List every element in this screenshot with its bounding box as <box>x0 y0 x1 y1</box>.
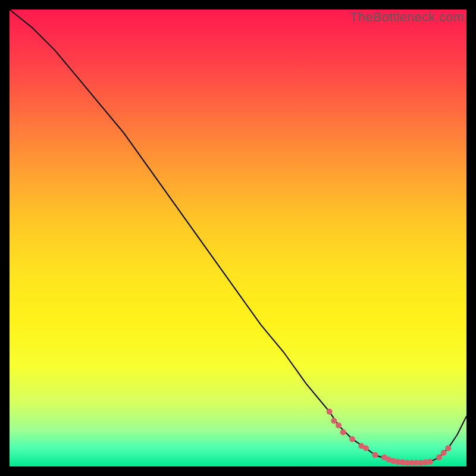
data-point <box>427 459 433 465</box>
data-point <box>441 450 447 456</box>
plot-area: TheBottleneck.com <box>10 10 466 466</box>
data-point <box>372 452 378 458</box>
data-point <box>349 436 355 442</box>
data-point <box>327 409 333 415</box>
plot-svg <box>10 10 466 466</box>
data-point <box>436 455 442 461</box>
chart-stage: TheBottleneck.com <box>0 0 476 476</box>
chart-dots <box>327 409 452 466</box>
data-point <box>363 445 369 451</box>
data-point <box>445 445 451 451</box>
chart-curve <box>10 10 466 463</box>
data-point <box>331 418 337 424</box>
data-point <box>340 429 346 435</box>
data-point <box>336 422 342 428</box>
